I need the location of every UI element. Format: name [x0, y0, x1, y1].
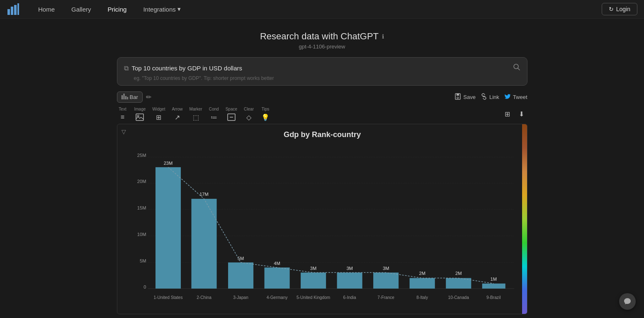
- tool-marker: Marker ⬚: [190, 107, 202, 121]
- svg-rect-30: [155, 167, 180, 289]
- page-title: Research data with ChatGPT ℹ: [260, 31, 384, 42]
- svg-text:1M: 1M: [490, 277, 497, 282]
- svg-text:5-United Kingdom: 5-United Kingdom: [296, 295, 330, 300]
- copy-icon[interactable]: ⧉: [124, 65, 129, 72]
- svg-rect-7: [123, 94, 124, 99]
- save-icon: [454, 93, 461, 101]
- filter-icon[interactable]: ▽: [122, 128, 126, 135]
- bar-chart: Gdp by Rank-country 0 5M 10M 15M 20M 25M…: [117, 124, 527, 314]
- svg-text:3M: 3M: [382, 266, 389, 271]
- info-icon: ℹ: [382, 33, 384, 40]
- logo[interactable]: [7, 2, 20, 16]
- svg-point-12: [457, 97, 459, 99]
- svg-rect-57: [482, 284, 505, 289]
- svg-text:4-Germany: 4-Germany: [266, 295, 288, 300]
- space-icon[interactable]: [226, 113, 236, 121]
- clear-icon[interactable]: ◇: [244, 113, 254, 121]
- bar-chart-icon: [122, 94, 128, 101]
- svg-text:3M: 3M: [310, 266, 316, 271]
- arrow-icon[interactable]: ↗: [172, 113, 182, 121]
- svg-text:2M: 2M: [455, 271, 462, 276]
- svg-text:7-France: 7-France: [377, 295, 394, 300]
- download-icon[interactable]: ⬇: [517, 110, 527, 118]
- link-icon: [481, 93, 487, 101]
- tips-icon[interactable]: 💡: [260, 113, 270, 121]
- chat-bubble[interactable]: [619, 293, 636, 310]
- link-button[interactable]: Link: [481, 93, 499, 101]
- login-button[interactable]: ↻ Login: [602, 3, 637, 15]
- search-icon[interactable]: [513, 63, 520, 73]
- svg-line-5: [518, 68, 520, 70]
- svg-rect-45: [337, 272, 362, 289]
- chart-container: ▽ Gdp by Rank-country 0 5M 10M 15M 20M 2…: [117, 124, 527, 314]
- svg-text:3M: 3M: [346, 266, 353, 271]
- grid-view-icon[interactable]: ⊞: [503, 110, 513, 118]
- svg-text:15M: 15M: [137, 205, 146, 210]
- svg-text:1-United States: 1-United States: [153, 295, 182, 300]
- login-icon: ↻: [609, 6, 614, 12]
- svg-rect-2: [14, 5, 17, 15]
- search-box: ⧉ Top 10 countries by GDP in USD dollars…: [117, 57, 527, 86]
- navbar: Home Gallery Pricing Integrations ▾ ↻ Lo…: [0, 0, 644, 19]
- svg-text:5M: 5M: [140, 258, 146, 263]
- svg-text:2-China: 2-China: [197, 295, 211, 300]
- svg-text:Gdp by Rank-country: Gdp by Rank-country: [283, 130, 361, 139]
- tool-arrow: Arrow ↗: [172, 107, 182, 121]
- svg-rect-36: [228, 263, 253, 289]
- image-icon[interactable]: [135, 113, 145, 121]
- svg-rect-39: [264, 267, 289, 289]
- nav-integrations[interactable]: Integrations ▾: [135, 0, 189, 19]
- nav-pricing[interactable]: Pricing: [100, 0, 135, 19]
- svg-text:2M: 2M: [419, 271, 425, 276]
- tool-tips: Tips 💡: [260, 107, 270, 121]
- color-scale-bar: [522, 124, 527, 314]
- svg-text:0: 0: [143, 284, 146, 289]
- edit-button[interactable]: ✏: [146, 93, 151, 101]
- svg-rect-48: [373, 272, 399, 289]
- svg-text:23M: 23M: [163, 161, 173, 166]
- svg-text:10M: 10M: [137, 232, 146, 237]
- svg-text:4M: 4M: [274, 261, 280, 266]
- nav-gallery[interactable]: Gallery: [63, 0, 100, 19]
- save-button[interactable]: Save: [454, 93, 476, 101]
- tool-space: Space: [226, 107, 237, 121]
- svg-text:17M: 17M: [199, 192, 209, 197]
- search-hint: eg. "Top 10 countries by GDP". Tip: shor…: [124, 75, 520, 81]
- svg-rect-13: [136, 114, 143, 120]
- tool-widget: Widget ⊞: [152, 107, 165, 121]
- svg-text:6-India: 6-India: [343, 295, 356, 300]
- svg-text:3-Japan: 3-Japan: [233, 295, 248, 300]
- search-query[interactable]: Top 10 countries by GDP in USD dollars: [132, 65, 510, 72]
- tool-cond: Cond ≔: [209, 107, 219, 121]
- svg-text:9-Brazil: 9-Brazil: [486, 295, 500, 300]
- svg-rect-9: [127, 97, 128, 99]
- svg-rect-51: [409, 278, 435, 288]
- svg-text:25M: 25M: [137, 153, 146, 158]
- svg-rect-1: [11, 7, 13, 15]
- text-icon[interactable]: ≡: [118, 113, 128, 121]
- svg-rect-42: [301, 272, 326, 289]
- bar-button[interactable]: Bar: [117, 92, 143, 103]
- svg-rect-0: [7, 9, 10, 15]
- page-subtitle: gpt-4-1106-preview: [299, 43, 345, 50]
- tool-clear: Clear ◇: [244, 107, 254, 121]
- svg-rect-33: [191, 199, 216, 289]
- nav-links: Home Gallery Pricing Integrations ▾: [30, 0, 189, 19]
- toolbar-row: Bar ✏ Save: [117, 92, 527, 103]
- svg-rect-6: [122, 95, 123, 99]
- chart-toolbar: Text ≡ Image Widget ⊞ Arrow ↗: [117, 107, 527, 121]
- marker-icon[interactable]: ⬚: [191, 113, 201, 121]
- svg-rect-8: [125, 96, 126, 99]
- chevron-down-icon: ▾: [177, 5, 181, 13]
- cond-icon[interactable]: ≔: [209, 113, 219, 121]
- svg-rect-3: [17, 3, 19, 15]
- twitter-icon: [504, 93, 511, 101]
- tool-text: Text ≡: [118, 107, 128, 121]
- tweet-button[interactable]: Tweet: [504, 93, 527, 101]
- svg-text:10-Canada: 10-Canada: [448, 295, 469, 300]
- svg-text:8-Italy: 8-Italy: [416, 295, 428, 300]
- widget-icon[interactable]: ⊞: [154, 113, 164, 121]
- main-content: Research data with ChatGPT ℹ gpt-4-1106-…: [0, 19, 644, 314]
- nav-home[interactable]: Home: [30, 0, 63, 19]
- svg-text:20M: 20M: [137, 179, 146, 184]
